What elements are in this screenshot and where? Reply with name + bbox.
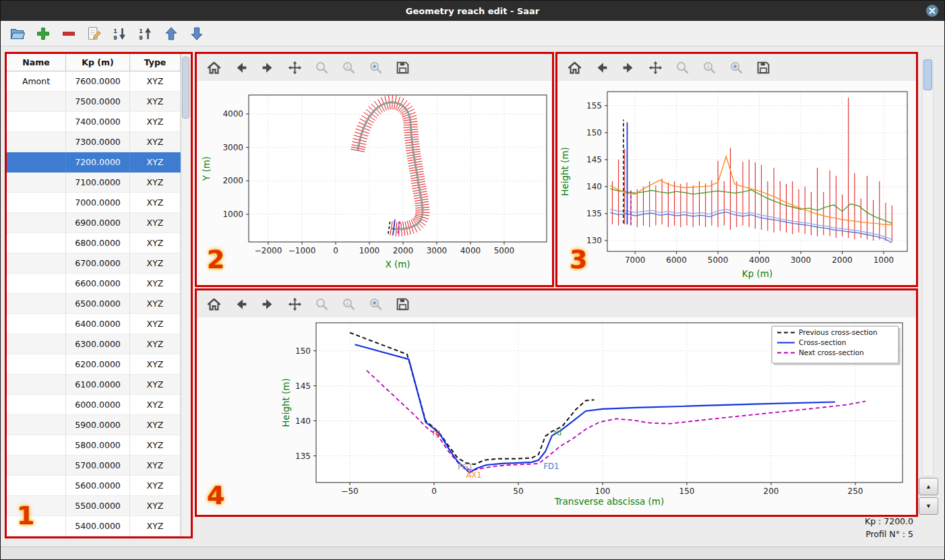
home-button[interactable] bbox=[564, 58, 584, 77]
home-button[interactable] bbox=[204, 294, 224, 313]
table-cell: XYZ bbox=[130, 132, 181, 152]
longitudinal-profile-canvas[interactable]: 7000600050004000300020001000130135140145… bbox=[557, 81, 916, 285]
back-button[interactable] bbox=[231, 58, 251, 77]
zoom-select-button[interactable] bbox=[338, 58, 359, 77]
table-scrollbar[interactable] bbox=[181, 54, 191, 536]
edit-profile-button[interactable] bbox=[86, 24, 104, 42]
main-scrollbar[interactable] bbox=[922, 57, 934, 476]
table-cell bbox=[7, 516, 66, 536]
longitudinal-profile-panel: 7000600050004000300020001000130135140145… bbox=[555, 52, 918, 287]
profile-down-button[interactable]: ▼ bbox=[919, 497, 938, 515]
cross-section-panel: rgrdAX1FG1FD1−50050100150200250135140145… bbox=[195, 288, 918, 517]
zoom-plus-button[interactable] bbox=[726, 58, 746, 77]
home-button[interactable] bbox=[204, 58, 224, 77]
back-button[interactable] bbox=[231, 294, 251, 313]
add-profile-button[interactable] bbox=[34, 24, 53, 42]
table-row[interactable]: 5700.0000XYZ bbox=[7, 456, 181, 476]
svg-text:Cross-section: Cross-section bbox=[799, 338, 846, 346]
back-icon bbox=[233, 297, 249, 312]
table-cell bbox=[7, 253, 66, 274]
table-row[interactable]: 7200.0000XYZ bbox=[7, 152, 181, 173]
table-cell bbox=[7, 435, 66, 456]
sort-descending-button[interactable]: 19 bbox=[137, 24, 155, 42]
table-row[interactable]: 7500.0000XYZ bbox=[7, 92, 181, 112]
table-row[interactable]: 6600.0000XYZ bbox=[7, 274, 181, 294]
pan-button[interactable] bbox=[284, 294, 305, 313]
table-cell: XYZ bbox=[130, 476, 181, 496]
table-cell: 5500.0000 bbox=[66, 496, 130, 516]
zoom-button[interactable] bbox=[311, 58, 332, 77]
move-down-icon bbox=[189, 26, 205, 42]
zoom-plus-icon bbox=[368, 60, 384, 75]
svg-text:150: 150 bbox=[586, 128, 602, 137]
svg-text:Height (m): Height (m) bbox=[559, 147, 570, 196]
sort-ascending-button[interactable]: 19 bbox=[111, 24, 129, 42]
table-cell: 5400.0000 bbox=[66, 516, 130, 536]
table-body: Amont7600.0000XYZ7500.0000XYZ7400.0000XY… bbox=[7, 71, 181, 536]
table-row[interactable]: 5600.0000XYZ bbox=[7, 476, 181, 496]
pan-button[interactable] bbox=[645, 58, 665, 77]
table-cell bbox=[7, 456, 66, 476]
table-scrollbar-thumb[interactable] bbox=[182, 57, 189, 119]
zoom-select-button[interactable] bbox=[699, 58, 719, 77]
table-row[interactable]: 5800.0000XYZ bbox=[7, 435, 181, 456]
save-button[interactable] bbox=[392, 294, 413, 313]
svg-text:1000: 1000 bbox=[874, 255, 894, 265]
table-cell bbox=[7, 476, 66, 496]
forward-button[interactable] bbox=[257, 58, 278, 77]
table-row[interactable]: 7000.0000XYZ bbox=[7, 193, 181, 213]
svg-text:250: 250 bbox=[848, 487, 863, 496]
svg-text:1: 1 bbox=[114, 27, 117, 34]
move-down-button[interactable] bbox=[188, 24, 206, 42]
table-cell: XYZ bbox=[130, 152, 181, 173]
svg-text:5000: 5000 bbox=[494, 246, 515, 255]
close-button[interactable] bbox=[925, 4, 939, 18]
pan-icon bbox=[287, 297, 303, 312]
table-row[interactable]: 6400.0000XYZ bbox=[7, 314, 181, 334]
table-row[interactable]: 6500.0000XYZ bbox=[7, 294, 181, 314]
forward-button[interactable] bbox=[257, 294, 278, 313]
table-cell: 5800.0000 bbox=[66, 435, 130, 456]
pan-button[interactable] bbox=[284, 58, 305, 77]
zoom-plus-button[interactable] bbox=[365, 294, 386, 313]
svg-text:Previous cross-section: Previous cross-section bbox=[799, 328, 878, 336]
remove-profile-button[interactable] bbox=[60, 24, 78, 42]
zoom-button[interactable] bbox=[672, 58, 692, 77]
forward-button[interactable] bbox=[618, 58, 638, 77]
table-row[interactable]: 7100.0000XYZ bbox=[7, 173, 181, 193]
table-row[interactable]: 6700.0000XYZ bbox=[7, 253, 181, 274]
table-cell: XYZ bbox=[130, 496, 181, 516]
table-row[interactable]: 5900.0000XYZ bbox=[7, 415, 181, 435]
zoom-button[interactable] bbox=[311, 294, 332, 313]
remove-icon bbox=[61, 26, 77, 42]
table-row[interactable]: Amont7600.0000XYZ bbox=[7, 71, 181, 92]
titlebar[interactable]: Geometry reach edit - Saar bbox=[1, 1, 944, 21]
table-row[interactable]: 6300.0000XYZ bbox=[7, 334, 181, 354]
plan-view-canvas[interactable]: −2000−1000010002000300040005000100020003… bbox=[197, 81, 552, 285]
open-file-button[interactable] bbox=[9, 24, 27, 42]
table-cell: 6400.0000 bbox=[66, 314, 130, 334]
svg-text:3000: 3000 bbox=[222, 143, 243, 152]
table-row[interactable]: 6200.0000XYZ bbox=[7, 354, 181, 375]
move-up-button[interactable] bbox=[162, 24, 181, 42]
table-row[interactable]: 6100.0000XYZ bbox=[7, 375, 181, 395]
table-row[interactable]: 6900.0000XYZ bbox=[7, 213, 181, 233]
cross-section-canvas[interactable]: rgrdAX1FG1FD1−50050100150200250135140145… bbox=[197, 317, 916, 515]
save-button[interactable] bbox=[753, 58, 773, 77]
profile-up-button[interactable]: ▲ bbox=[919, 478, 938, 495]
zoom-select-button[interactable] bbox=[338, 294, 359, 313]
table-row[interactable]: 6000.0000XYZ bbox=[7, 395, 181, 415]
table-cell: 5900.0000 bbox=[66, 415, 130, 435]
svg-text:Next cross-section: Next cross-section bbox=[799, 348, 864, 356]
svg-text:6000: 6000 bbox=[666, 255, 687, 265]
save-button[interactable] bbox=[392, 58, 413, 77]
table-cell: 7000.0000 bbox=[66, 193, 130, 213]
back-button[interactable] bbox=[591, 58, 611, 77]
table-row[interactable]: 7400.0000XYZ bbox=[7, 112, 181, 132]
table-cell: 6300.0000 bbox=[66, 334, 130, 354]
main-scrollbar-thumb[interactable] bbox=[923, 59, 932, 90]
table-cell bbox=[7, 274, 66, 294]
zoom-plus-button[interactable] bbox=[365, 58, 386, 77]
table-row[interactable]: 7300.0000XYZ bbox=[7, 132, 181, 152]
table-row[interactable]: 6800.0000XYZ bbox=[7, 233, 181, 253]
